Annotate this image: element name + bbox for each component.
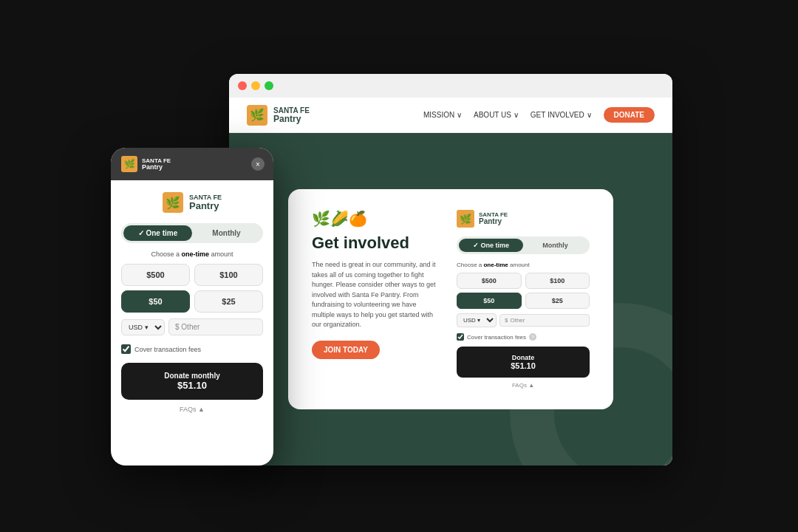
desktop-amount-25[interactable]: $25 — [525, 293, 590, 309]
mobile-cover-fees-checkbox[interactable] — [121, 344, 131, 354]
desktop-donate-amount: $51.10 — [464, 361, 582, 370]
card-icons: 🌿🌽🍊 — [312, 210, 439, 228]
browser-window: 🌿 SANTA FE Pantry MISSION ∨ ABOUT US ∨ G… — [229, 74, 672, 466]
mobile-brand-bot: Pantry — [142, 164, 171, 171]
mobile-donate-amount: $51.10 — [130, 380, 254, 391]
mobile-donate-top: Donate monthly — [164, 372, 220, 380]
desktop-choose-label: Choose a one-time amount — [457, 262, 590, 268]
site-content: 🌿🌽🍊 Get involved The need is great in ou… — [229, 133, 672, 466]
nav-mission[interactable]: MISSION ∨ — [423, 111, 462, 119]
mobile-header-logo: 🌿 SANTA FE Pantry — [121, 156, 171, 172]
mobile-amount-25[interactable]: $25 — [194, 290, 263, 313]
desktop-other-row: USD ▾ $ Other — [457, 313, 590, 327]
desktop-toggle-row: ✓ One time Monthly — [457, 236, 590, 254]
desktop-other-placeholder: Other — [510, 317, 525, 324]
card-description: The need is great in our community, and … — [312, 260, 439, 330]
mobile-other-row: USD ▾ $ Other — [121, 318, 263, 335]
mobile-toggle-row: ✓ One time Monthly — [121, 223, 263, 243]
desktop-donate-top: Donate — [512, 354, 535, 361]
nav-logo-icon: 🌿 — [247, 105, 267, 126]
desktop-donation-card: 🌿🌽🍊 Get involved The need is great in ou… — [288, 189, 613, 409]
desktop-faqs-link[interactable]: FAQs ▲ — [457, 382, 590, 389]
nav-logo-text: SANTA FE Pantry — [273, 107, 310, 123]
mobile-body: 🌿 SANTA FE Pantry ✓ One time Monthly Cho… — [111, 180, 273, 425]
card-right-logo-icon: 🌿 — [457, 210, 474, 228]
nav-brand-bot: Pantry — [273, 115, 310, 123]
nav-logo: 🌿 SANTA FE Pantry — [247, 105, 310, 126]
mobile-cover-fees: Cover transaction fees — [121, 344, 263, 354]
mobile-cover-fees-label: Cover transaction fees — [134, 346, 201, 353]
desktop-amount-500[interactable]: $500 — [457, 273, 522, 289]
mobile-window: 🌿 SANTA FE Pantry × 🌿 SANTA FE Pantry ✓ … — [111, 148, 273, 466]
mobile-header: 🌿 SANTA FE Pantry × — [111, 148, 273, 180]
mobile-other-input[interactable]: $ Other — [168, 318, 263, 335]
mobile-amount-grid: $500 $100 $50 $25 — [121, 264, 263, 313]
desktop-cover-fees-label: Cover transaction fees — [467, 334, 526, 341]
maximize-dot[interactable] — [265, 81, 273, 90]
mobile-card-logo-text: SANTA FE Pantry — [189, 194, 222, 211]
nav-brand-top: SANTA FE — [273, 107, 310, 115]
desktop-amount-50[interactable]: $50 — [457, 293, 522, 309]
card-right-logo-text: SANTA FE Pantry — [479, 212, 508, 225]
nav-get-involved[interactable]: GET INVOLVED ∨ — [531, 111, 592, 119]
close-dot[interactable] — [238, 81, 247, 90]
mobile-card-logo: 🌿 SANTA FE Pantry — [121, 192, 263, 213]
mobile-header-logo-text: SANTA FE Pantry — [142, 158, 171, 171]
desktop-other-input-wrap: $ Other — [499, 314, 590, 327]
nav-links: MISSION ∨ ABOUT US ∨ GET INVOLVED ∨ — [423, 111, 592, 119]
desktop-cover-fees-checkbox[interactable] — [457, 333, 464, 341]
card-left: 🌿🌽🍊 Get involved The need is great in ou… — [312, 210, 439, 389]
desktop-donate-button[interactable]: Donate $51.10 — [457, 347, 590, 378]
desktop-one-time-btn[interactable]: ✓ One time — [459, 239, 523, 252]
mobile-close-button[interactable]: × — [251, 157, 265, 171]
mobile-amount-500[interactable]: $500 — [121, 264, 190, 286]
mobile-card-logo-icon: 🌿 — [163, 192, 183, 213]
nav-about[interactable]: ABOUT US ∨ — [474, 111, 519, 119]
site-nav: 🌿 SANTA FE Pantry MISSION ∨ ABOUT US ∨ G… — [229, 98, 672, 133]
card-title: Get involved — [312, 233, 439, 253]
desktop-currency-symbol: $ — [505, 317, 508, 324]
mobile-one-time-btn[interactable]: ✓ One time — [123, 225, 192, 241]
desktop-amount-grid: $500 $100 $50 $25 — [457, 273, 590, 309]
desktop-monthly-btn[interactable]: Monthly — [523, 239, 587, 252]
desktop-cover-fees: Cover transaction fees ? — [457, 333, 590, 341]
browser-titlebar — [229, 74, 672, 98]
desktop-info-icon[interactable]: ? — [529, 333, 536, 341]
mobile-faqs-link[interactable]: FAQs ▲ — [121, 406, 263, 413]
card-brand-bot: Pantry — [479, 218, 508, 225]
minimize-dot[interactable] — [251, 81, 260, 90]
mobile-donate-button[interactable]: Donate monthly $51.10 — [121, 363, 263, 400]
desktop-amount-100[interactable]: $100 — [525, 273, 590, 289]
mobile-choose-label: Choose a one-time amount — [121, 250, 263, 258]
nav-donate-button[interactable]: DONATE — [604, 107, 655, 123]
mobile-currency-select[interactable]: USD ▾ — [121, 319, 165, 335]
card-right: 🌿 SANTA FE Pantry ✓ One time Monthly Cho… — [457, 210, 590, 389]
card-right-logo: 🌿 SANTA FE Pantry — [457, 210, 590, 228]
desktop-currency-select[interactable]: USD ▾ — [457, 313, 497, 327]
mobile-header-logo-icon: 🌿 — [121, 156, 137, 172]
mobile-amount-50[interactable]: $50 — [121, 290, 190, 313]
mobile-card-brand-bot: Pantry — [189, 201, 222, 211]
mobile-monthly-btn[interactable]: Monthly — [192, 225, 261, 241]
join-today-button[interactable]: JOIN TODAY — [312, 341, 380, 359]
mobile-amount-100[interactable]: $100 — [194, 264, 263, 286]
